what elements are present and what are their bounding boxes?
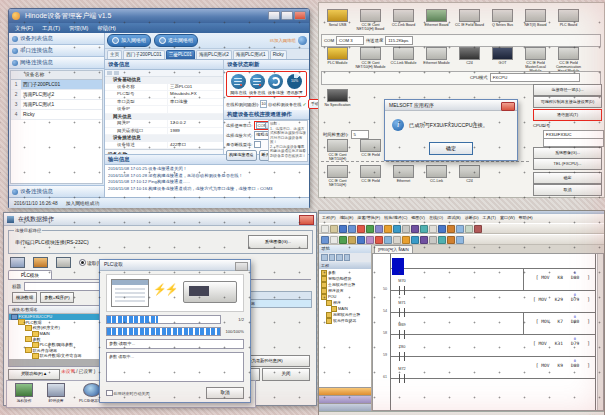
module-item[interactable]: CC IE Cont NET/10(H) Board (354, 9, 387, 31)
toolbar-icon[interactable] (348, 236, 356, 244)
module-item[interactable]: CC IE Field (354, 165, 387, 187)
toolbar-icon[interactable] (339, 236, 347, 244)
project-view-button[interactable] (319, 387, 371, 395)
toolbar-icon[interactable] (465, 225, 473, 233)
related-functions-button[interactable]: 关联功能(F)▲ (8, 369, 60, 380)
toolbar-icon[interactable] (429, 225, 437, 233)
module-item[interactable]: Ethernet (387, 165, 420, 187)
property-row[interactable]: 网关IP12.0.0.2 (105, 120, 223, 128)
menu-item[interactable]: 工具(T) (483, 215, 496, 223)
param-program-button[interactable]: 参数+程序(P) (40, 292, 73, 303)
tab-item[interactable]: 主页 (107, 50, 122, 60)
auto-detect-checkbox[interactable]: ✓ (302, 101, 306, 107)
module-item[interactable]: CC-Link Module (387, 47, 420, 73)
melsoft-dialog-titlebar[interactable]: MELSOFT 应用程序 (385, 100, 517, 111)
menu-item[interactable]: 转换/编译(C) (384, 215, 407, 223)
module-item[interactable]: CC-Link Board (387, 9, 420, 31)
module-item[interactable]: CC IE Field (354, 139, 387, 161)
toolbar-icon[interactable] (411, 225, 419, 233)
toolbar-icon[interactable] (384, 225, 392, 233)
system-image-button[interactable]: 系统图像(G)... (248, 235, 308, 249)
sidebar-group-device-connect[interactable]: 设备连接信息 (9, 185, 104, 197)
sidebar-group[interactable]: 串口连接信息 (9, 45, 104, 57)
time-check-field[interactable]: 5 (351, 130, 369, 139)
menu-item[interactable]: 编辑(E) (340, 215, 354, 223)
project-tree-item[interactable]: 软元件存储器 (320, 318, 370, 324)
device-list-row[interactable]: 1西门子200PLC01 (11, 80, 102, 90)
module-item[interactable]: CC IE Cont NET/10(H) (321, 139, 354, 161)
tab-item[interactable]: 海南PLC测试2 (196, 50, 232, 60)
close-icon[interactable] (235, 262, 248, 271)
ladder-editor[interactable]: [ MOV K8 D80 ]050M70[ MOV K29 D79 ]054M7… (372, 253, 604, 411)
close-icon[interactable] (299, 215, 314, 225)
project-section-header[interactable]: 工程 (319, 262, 371, 269)
maximize-button[interactable] (281, 11, 293, 20)
toolbar-icon[interactable] (429, 236, 437, 244)
menu-item[interactable]: 在线(O) (429, 215, 443, 223)
module-item[interactable]: CC IE Field Master/Local Module (519, 47, 552, 73)
module-item[interactable]: Ethernet Module (420, 47, 453, 73)
minimize-button[interactable] (268, 11, 280, 20)
menu-item[interactable]: 窗口(W) (500, 215, 515, 223)
module-item[interactable]: GOT (486, 47, 519, 73)
toolbar-icon[interactable] (330, 236, 338, 244)
progress-titlebar[interactable]: PLC读取 (100, 260, 250, 271)
menu-item[interactable]: 搜索/替换(F) (357, 215, 380, 223)
menu-item[interactable]: 帮助(H) (519, 215, 533, 223)
cpu-mode-field[interactable]: FXCPU (490, 73, 580, 82)
toolbar-icon[interactable] (357, 236, 365, 244)
toolbar-icon[interactable] (420, 236, 428, 244)
module-item[interactable]: PLC Board (552, 9, 585, 31)
module-item[interactable]: CC IE Cont NET/10(H) Module (354, 47, 387, 73)
toolbar-icon[interactable] (438, 225, 446, 233)
property-row[interactable]: 设备描述422串口 (105, 142, 223, 150)
module-data-button[interactable]: 模块数据 (12, 292, 37, 303)
property-row[interactable]: 设备IP (105, 106, 223, 114)
property-row[interactable]: 串口类型串口连接 (105, 99, 223, 107)
module-item[interactable]: CC IE Cont NET/10(H) (321, 165, 354, 187)
toolbar-icon[interactable] (447, 225, 455, 233)
checkbox-icon[interactable] (106, 390, 113, 397)
module-item[interactable]: Ethernet Board (420, 9, 453, 31)
build-channel-button[interactable]: 构建连接通道 (226, 150, 257, 161)
navigation-toolbar[interactable] (319, 253, 371, 262)
direct-connection-button[interactable]: 可编程控制器直接连接设置(D) (533, 96, 602, 108)
menu-item[interactable]: 调试(B) (447, 215, 461, 223)
close-icon[interactable] (501, 102, 515, 111)
toolbar-icon[interactable] (393, 236, 401, 244)
remote-operation-item[interactable]: 远程操作 (15, 383, 33, 405)
close-dialog-button[interactable]: 关闭 (262, 368, 310, 381)
radio-icon[interactable] (79, 259, 86, 266)
vertical-scrollbar[interactable] (597, 254, 603, 410)
module-item[interactable]: C24 (453, 47, 486, 73)
tab-item[interactable]: 西门子200PLC01 (123, 50, 165, 60)
menu-item[interactable]: 工具(T) (42, 25, 60, 32)
toolbar-icon[interactable] (456, 225, 464, 233)
module-item[interactable]: CC-Link (420, 165, 453, 187)
menu-item[interactable]: 诊断(D) (465, 215, 479, 223)
toolbar-icon[interactable] (357, 225, 365, 233)
module-item[interactable]: No Specification (321, 89, 354, 107)
module-item[interactable]: CC IE Field Communication Head Module (552, 47, 585, 73)
ok-button[interactable]: 确定 (533, 172, 602, 184)
property-row[interactable]: 设备名称三菱PLC01 (105, 84, 223, 92)
device-list-row[interactable]: 3海南PLC测试1 (11, 100, 102, 110)
device-list-row[interactable]: 2海南PLC测试2 (11, 90, 102, 100)
communication-test-button[interactable]: 通信测试(T) (533, 109, 602, 121)
reconnect-checkbox[interactable] (254, 141, 261, 148)
toolbar-icon[interactable] (375, 225, 383, 233)
module-item[interactable]: NET(II) Board (519, 9, 552, 31)
dialog-titlebar[interactable]: 在线数据操作 (4, 213, 316, 226)
exit-network-button[interactable]: 退出网络组 (154, 34, 198, 47)
toolbar-icon[interactable] (339, 225, 347, 233)
toolbar-icon[interactable] (384, 236, 392, 244)
toolbar-icon[interactable] (420, 225, 428, 233)
toolbar-icon[interactable] (366, 236, 374, 244)
speed-field[interactable]: 115.2Kbps (385, 36, 413, 45)
toolbar-icon[interactable] (375, 236, 383, 244)
toolbar-icon[interactable] (348, 225, 356, 233)
property-row[interactable]: PLC型号Mitsubishi-FX (105, 91, 223, 99)
toolbar-icon[interactable] (402, 236, 410, 244)
toolbar-icon[interactable] (456, 236, 464, 244)
sidebar-group[interactable]: 设备列表信息 (9, 33, 104, 45)
